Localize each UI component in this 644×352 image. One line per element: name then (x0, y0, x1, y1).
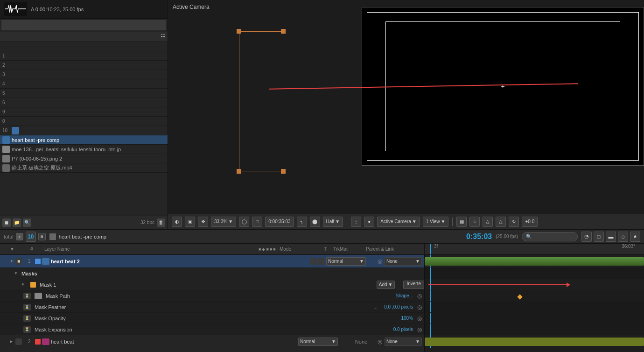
track-start-time: 3f (434, 244, 438, 249)
layer-names-panel: ▼ # Layer Name ■ ◆ ■ ■ ■ Mode T TrkMat P… (0, 244, 425, 352)
shy-toggle[interactable]: ☺ (618, 232, 628, 242)
solo-toggle[interactable]: ★ (630, 232, 640, 242)
expand-chevron[interactable]: ▼ (10, 259, 15, 263)
mask-corner-bl[interactable] (237, 169, 241, 174)
camera-dropdown[interactable]: Active Camera ▼ (377, 217, 420, 227)
layer-name-label2[interactable]: heart beat (51, 339, 175, 345)
sub-track-mask-expansion (425, 324, 644, 335)
mask-expansion-value[interactable]: 0.0 pixels (393, 327, 413, 332)
new-folder-icon[interactable]: 📁 (13, 218, 21, 227)
mask1-name-label: Mask 1 (40, 282, 56, 288)
path-curve-icon (35, 293, 42, 299)
list-item[interactable]: P7 (0-00-06-15).png 2 (0, 154, 168, 163)
mask-feather-value[interactable]: 0.0 ,0.0 pixels (384, 304, 413, 310)
trkmat-none: None (347, 339, 375, 345)
keyframe-1[interactable] (517, 294, 522, 299)
col-video: ▼ (10, 246, 17, 252)
layer-type-icon2 (42, 338, 49, 345)
motion-blur-toggle[interactable]: ◔ (581, 232, 592, 242)
quality-dropdown[interactable]: Half ▼ (323, 217, 343, 227)
new-composition-icon[interactable]: ◼ (2, 218, 11, 227)
3d-icon[interactable]: ❖ (198, 217, 208, 227)
comp-name-timeline: heart beat -pre comp (59, 234, 106, 239)
invert-button[interactable]: Inverte (403, 281, 424, 289)
mask-corner-tl[interactable] (237, 29, 241, 34)
safe-zones-icon[interactable]: ● (364, 217, 374, 227)
grid-icon[interactable]: ⋮ (351, 217, 361, 227)
mode-dropdown2[interactable]: Normal ▼ (298, 338, 338, 346)
comp-flowchart-icon[interactable]: ▦ (456, 217, 467, 227)
mask-corner-br[interactable] (281, 169, 286, 174)
viewer-canvas: Active Camera + (168, 0, 644, 214)
mask-feather-row: ⏳ Mask Feather ⎯ 0.0 ,0.0 pixels ◎ (0, 302, 424, 313)
mode-dropdown[interactable]: Normal ▼ (326, 257, 366, 266)
3d-layer-toggle[interactable]: □ (594, 232, 604, 242)
frame-blending-toggle[interactable]: ▬ (606, 232, 616, 242)
stopwatch-icon[interactable]: ⏳ (23, 293, 31, 299)
mask1-expand[interactable]: ▼ (21, 282, 27, 287)
list-item[interactable]: 4 (0, 79, 168, 89)
switch-icon[interactable] (310, 258, 317, 265)
timecode-display-viewer[interactable]: 0:00:35:03 (265, 217, 294, 227)
parent-dropdown[interactable]: None ▼ (385, 257, 422, 266)
list-item[interactable]: 5 (0, 89, 168, 98)
timeline-layer-row[interactable]: ▼ ◼ 1 heart beat 2 Normal ▼ ◎ (0, 255, 424, 268)
share-icon[interactable]: △ (483, 217, 493, 227)
list-item[interactable]: 3 (0, 70, 168, 79)
video-switch2[interactable] (15, 338, 22, 345)
views-dropdown[interactable]: 1 View ▼ (423, 217, 449, 227)
expand-chevron2[interactable]: ▶ (10, 339, 15, 344)
snapshot-camera-icon[interactable]: ╮ (297, 217, 307, 227)
list-item[interactable]: 10 (0, 126, 168, 135)
timeline-layer-row-2[interactable]: ▶ 2 heart beat Normal ▼ None ◎ None (0, 335, 424, 348)
show-channel-icon[interactable]: ▣ (185, 217, 195, 227)
render-icon[interactable]: ☆ (469, 217, 480, 227)
list-item[interactable]: 1 (0, 51, 168, 61)
stopwatch-icon[interactable]: ⏳ (23, 326, 31, 333)
list-item[interactable] (0, 42, 168, 51)
composition-viewport[interactable]: + (362, 7, 644, 166)
stopwatch-icon[interactable]: ⏳ (23, 315, 31, 322)
mask-corner-tr[interactable] (281, 29, 286, 34)
fit-icon[interactable]: ◯ (239, 217, 249, 227)
track-bar-1 (425, 257, 644, 266)
color-icon[interactable]: ⬤ (310, 217, 320, 227)
delete-icon[interactable]: 🗑 (157, 218, 165, 227)
switch-icon[interactable] (318, 258, 324, 265)
mask-path-value[interactable]: Shape... (396, 293, 413, 298)
always-preview-icon[interactable]: △ (496, 217, 506, 227)
layer-num2: 2 (23, 339, 35, 344)
mask-opacity-value[interactable]: 100% (401, 316, 413, 321)
mask-blend-dropdown[interactable]: Add ▼ (377, 281, 395, 289)
masks-section-header[interactable]: ▼ Masks (0, 268, 424, 279)
snapshot-icon[interactable]: ◐ (172, 217, 182, 227)
layer-name-label[interactable]: heart beat 2 (51, 259, 308, 264)
list-item[interactable]: 2 (0, 61, 168, 70)
list-item[interactable]: 6 (0, 98, 168, 107)
comp-settings-icon[interactable]: ≡ (38, 233, 46, 240)
playhead-line (430, 324, 431, 335)
solo-icon[interactable]: x (16, 233, 23, 240)
list-item[interactable]: moe 136...gel_beats! seifuku tenshi toor… (0, 145, 168, 154)
reset-icon[interactable]: ↻ (509, 217, 519, 227)
stopwatch-icon[interactable]: ⏳ (23, 304, 31, 310)
zoom-value: 33.3% (214, 219, 227, 224)
region-icon[interactable]: □ (252, 217, 262, 227)
bpc-label: 32 bpc (140, 220, 154, 225)
list-item[interactable]: 0 (0, 117, 168, 126)
list-item[interactable]: 9 (0, 107, 168, 117)
list-item[interactable]: 静止系 破璃之空 原版.mp4 (0, 163, 168, 173)
mask-red-line (428, 284, 567, 285)
mask1-row[interactable]: ▼ Mask 1 Add ▼ Inverte (0, 279, 424, 290)
offset-display[interactable]: +0.0 (522, 217, 538, 227)
search-icon[interactable]: 🔍 (23, 218, 31, 227)
masks-expand[interactable]: ▼ (14, 271, 20, 275)
zoom-dropdown[interactable]: 33.3% ▼ (211, 217, 236, 227)
list-item-highlighted[interactable]: heart beat -pre comp (0, 135, 168, 145)
timeline-search-input[interactable] (522, 232, 578, 241)
parent-dropdown2[interactable]: None ▼ (385, 338, 422, 346)
video-switch[interactable]: ◼ (15, 258, 22, 265)
hierarchy-icon[interactable]: ☷ (161, 34, 165, 40)
footer-icons: ◼ 📁 🔍 (2, 218, 31, 227)
col-num: # (25, 246, 39, 252)
